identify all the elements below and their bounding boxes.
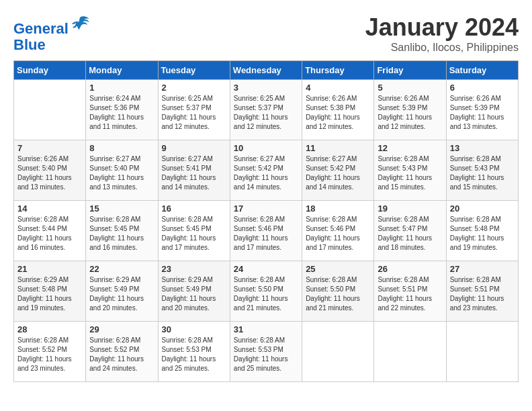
day-info: Sunrise: 6:29 AMSunset: 5:49 PMDaylight:… — [162, 275, 226, 313]
day-number: 5 — [378, 83, 442, 93]
calendar-cell: 13Sunrise: 6:28 AMSunset: 5:43 PMDayligh… — [446, 140, 518, 201]
calendar-cell: 11Sunrise: 6:27 AMSunset: 5:42 PMDayligh… — [302, 140, 374, 201]
day-number: 9 — [162, 143, 226, 153]
calendar-cell: 10Sunrise: 6:27 AMSunset: 5:42 PMDayligh… — [230, 140, 302, 201]
day-info: Sunrise: 6:28 AMSunset: 5:43 PMDaylight:… — [450, 154, 515, 192]
calendar-cell: 14Sunrise: 6:28 AMSunset: 5:44 PMDayligh… — [14, 201, 86, 261]
calendar-cell: 1Sunrise: 6:24 AMSunset: 5:36 PMDaylight… — [86, 80, 158, 140]
calendar-cell: 17Sunrise: 6:28 AMSunset: 5:46 PMDayligh… — [230, 201, 302, 261]
day-number: 27 — [450, 264, 515, 274]
day-info: Sunrise: 6:28 AMSunset: 5:48 PMDaylight:… — [450, 215, 515, 253]
day-number: 22 — [89, 264, 154, 274]
day-info: Sunrise: 6:26 AMSunset: 5:38 PMDaylight:… — [306, 94, 370, 132]
header-thursday: Thursday — [302, 61, 374, 80]
day-info: Sunrise: 6:26 AMSunset: 5:39 PMDaylight:… — [450, 94, 515, 132]
calendar-cell: 4Sunrise: 6:26 AMSunset: 5:38 PMDaylight… — [302, 80, 374, 140]
day-number: 7 — [17, 143, 82, 153]
calendar-cell: 7Sunrise: 6:26 AMSunset: 5:40 PMDaylight… — [14, 140, 86, 201]
day-info: Sunrise: 6:28 AMSunset: 5:53 PMDaylight:… — [162, 336, 226, 373]
calendar-cell: 19Sunrise: 6:28 AMSunset: 5:47 PMDayligh… — [374, 201, 446, 261]
calendar-cell — [302, 322, 374, 382]
day-number: 11 — [306, 143, 370, 153]
header-sunday: Sunday — [14, 61, 86, 80]
day-info: Sunrise: 6:28 AMSunset: 5:51 PMDaylight:… — [450, 275, 515, 313]
calendar-cell: 9Sunrise: 6:27 AMSunset: 5:41 PMDaylight… — [158, 140, 230, 201]
header-tuesday: Tuesday — [158, 61, 230, 80]
calendar-cell: 31Sunrise: 6:28 AMSunset: 5:53 PMDayligh… — [230, 322, 302, 382]
day-info: Sunrise: 6:28 AMSunset: 5:51 PMDaylight:… — [378, 275, 442, 313]
day-number: 16 — [162, 203, 226, 214]
day-info: Sunrise: 6:27 AMSunset: 5:42 PMDaylight:… — [234, 154, 298, 192]
calendar-cell: 26Sunrise: 6:28 AMSunset: 5:51 PMDayligh… — [374, 261, 446, 322]
day-number: 2 — [162, 83, 226, 93]
calendar-cell: 27Sunrise: 6:28 AMSunset: 5:51 PMDayligh… — [446, 261, 518, 322]
day-number: 13 — [450, 143, 515, 153]
day-number: 14 — [17, 203, 82, 214]
day-number: 10 — [234, 143, 298, 153]
day-number: 21 — [17, 264, 82, 274]
day-number: 1 — [89, 83, 154, 93]
header-wednesday: Wednesday — [230, 61, 302, 80]
day-number: 23 — [162, 264, 226, 274]
calendar-week-2: 7Sunrise: 6:26 AMSunset: 5:40 PMDaylight… — [14, 140, 519, 201]
day-number: 6 — [450, 83, 515, 93]
day-number: 19 — [378, 203, 442, 214]
day-number: 30 — [162, 324, 226, 334]
day-info: Sunrise: 6:28 AMSunset: 5:43 PMDaylight:… — [378, 154, 442, 192]
calendar-cell: 2Sunrise: 6:25 AMSunset: 5:37 PMDaylight… — [158, 80, 230, 140]
day-info: Sunrise: 6:28 AMSunset: 5:52 PMDaylight:… — [89, 336, 154, 373]
day-info: Sunrise: 6:28 AMSunset: 5:46 PMDaylight:… — [306, 215, 370, 253]
calendar-cell: 6Sunrise: 6:26 AMSunset: 5:39 PMDaylight… — [446, 80, 518, 140]
day-info: Sunrise: 6:28 AMSunset: 5:52 PMDaylight:… — [17, 336, 82, 373]
day-number: 31 — [234, 324, 298, 334]
title-block: January 2024 Sanlibo, Ilocos, Philippine… — [365, 13, 519, 54]
header-monday: Monday — [86, 61, 158, 80]
calendar-table: Sunday Monday Tuesday Wednesday Thursday… — [13, 60, 519, 382]
header-saturday: Saturday — [446, 61, 518, 80]
page-header: General Blue January 2024 Sanlibo, Iloco… — [13, 13, 519, 54]
day-number: 8 — [89, 143, 154, 153]
calendar-cell: 23Sunrise: 6:29 AMSunset: 5:49 PMDayligh… — [158, 261, 230, 322]
calendar-week-4: 21Sunrise: 6:29 AMSunset: 5:48 PMDayligh… — [14, 261, 519, 322]
header-friday: Friday — [374, 61, 446, 80]
day-info: Sunrise: 6:28 AMSunset: 5:53 PMDaylight:… — [234, 336, 298, 373]
calendar-cell: 8Sunrise: 6:27 AMSunset: 5:40 PMDaylight… — [86, 140, 158, 201]
month-title: January 2024 — [365, 13, 519, 42]
calendar-cell: 12Sunrise: 6:28 AMSunset: 5:43 PMDayligh… — [374, 140, 446, 201]
day-info: Sunrise: 6:24 AMSunset: 5:36 PMDaylight:… — [89, 94, 154, 132]
logo: General Blue — [13, 13, 90, 53]
day-info: Sunrise: 6:29 AMSunset: 5:48 PMDaylight:… — [17, 275, 82, 313]
calendar-week-3: 14Sunrise: 6:28 AMSunset: 5:44 PMDayligh… — [14, 201, 519, 261]
logo-bird-icon — [70, 13, 90, 34]
calendar-cell: 5Sunrise: 6:26 AMSunset: 5:39 PMDaylight… — [374, 80, 446, 140]
calendar-week-1: 1Sunrise: 6:24 AMSunset: 5:36 PMDaylight… — [14, 80, 519, 140]
day-info: Sunrise: 6:28 AMSunset: 5:45 PMDaylight:… — [162, 215, 226, 253]
calendar-cell: 15Sunrise: 6:28 AMSunset: 5:45 PMDayligh… — [86, 201, 158, 261]
calendar-cell: 21Sunrise: 6:29 AMSunset: 5:48 PMDayligh… — [14, 261, 86, 322]
day-number: 17 — [234, 203, 298, 214]
day-number: 28 — [17, 324, 82, 334]
day-number: 3 — [234, 83, 298, 93]
day-number: 24 — [234, 264, 298, 274]
day-info: Sunrise: 6:28 AMSunset: 5:46 PMDaylight:… — [234, 215, 298, 253]
calendar-cell: 16Sunrise: 6:28 AMSunset: 5:45 PMDayligh… — [158, 201, 230, 261]
logo-text: General — [13, 13, 90, 37]
day-info: Sunrise: 6:28 AMSunset: 5:50 PMDaylight:… — [306, 275, 370, 313]
calendar-cell: 24Sunrise: 6:28 AMSunset: 5:50 PMDayligh… — [230, 261, 302, 322]
day-number: 12 — [378, 143, 442, 153]
day-info: Sunrise: 6:25 AMSunset: 5:37 PMDaylight:… — [234, 94, 298, 132]
day-info: Sunrise: 6:27 AMSunset: 5:40 PMDaylight:… — [89, 154, 154, 192]
day-info: Sunrise: 6:27 AMSunset: 5:41 PMDaylight:… — [162, 154, 226, 192]
day-info: Sunrise: 6:26 AMSunset: 5:39 PMDaylight:… — [378, 94, 442, 132]
calendar-cell: 22Sunrise: 6:29 AMSunset: 5:49 PMDayligh… — [86, 261, 158, 322]
calendar-cell: 25Sunrise: 6:28 AMSunset: 5:50 PMDayligh… — [302, 261, 374, 322]
calendar-cell: 3Sunrise: 6:25 AMSunset: 5:37 PMDaylight… — [230, 80, 302, 140]
calendar-cell — [446, 322, 518, 382]
calendar-week-5: 28Sunrise: 6:28 AMSunset: 5:52 PMDayligh… — [14, 322, 519, 382]
calendar-cell: 18Sunrise: 6:28 AMSunset: 5:46 PMDayligh… — [302, 201, 374, 261]
day-info: Sunrise: 6:28 AMSunset: 5:45 PMDaylight:… — [89, 215, 154, 253]
day-info: Sunrise: 6:29 AMSunset: 5:49 PMDaylight:… — [89, 275, 154, 313]
day-info: Sunrise: 6:28 AMSunset: 5:47 PMDaylight:… — [378, 215, 442, 253]
day-number: 20 — [450, 203, 515, 214]
day-number: 4 — [306, 83, 370, 93]
